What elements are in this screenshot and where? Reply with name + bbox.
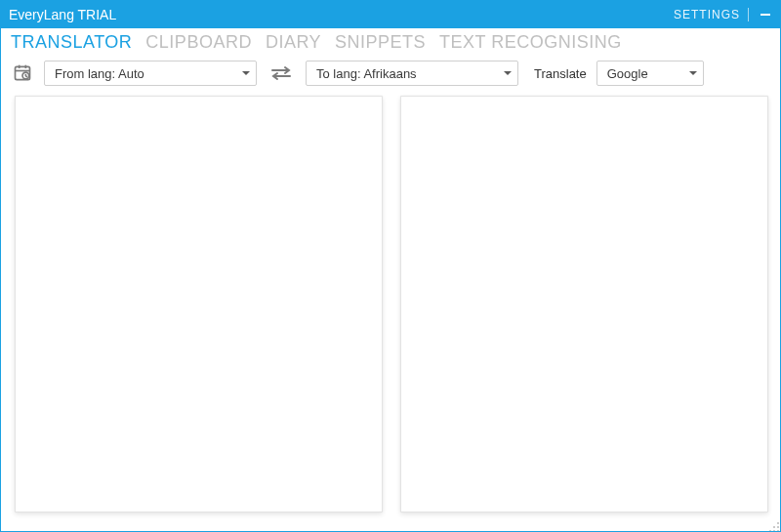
translate-engine-value: Google (607, 66, 648, 81)
svg-point-10 (777, 522, 779, 524)
tab-text-recognising[interactable]: TEXT RECOGNISING (439, 32, 622, 53)
minimize-button[interactable] (757, 6, 774, 23)
tab-clipboard[interactable]: CLIPBOARD (145, 32, 252, 53)
tab-snippets[interactable]: SNIPPETS (335, 32, 426, 53)
settings-link[interactable]: SETTINGS (674, 8, 740, 21)
translate-engine-label: Translate (534, 66, 587, 81)
to-language-dropdown[interactable]: To lang: Afrikaans (306, 61, 518, 86)
svg-rect-0 (760, 14, 770, 16)
svg-line-7 (25, 76, 27, 77)
svg-point-12 (777, 526, 779, 528)
caret-down-icon (242, 71, 250, 75)
caret-down-icon (689, 71, 697, 75)
from-language-dropdown[interactable]: From lang: Auto (44, 61, 257, 86)
tabbar: TRANSLATOR CLIPBOARD DIARY SNIPPETS TEXT… (1, 28, 781, 55)
titlebar-separator (748, 8, 749, 21)
swap-languages-button[interactable] (267, 61, 296, 86)
minimize-icon (760, 9, 771, 20)
resize-grip[interactable] (768, 519, 780, 531)
titlebar-actions: SETTINGS (674, 6, 774, 23)
history-icon (13, 63, 32, 83)
resize-grip-icon (768, 521, 780, 532)
to-language-value: To lang: Afrikaans (316, 66, 417, 81)
target-text-area[interactable] (400, 96, 768, 512)
translate-engine-dropdown[interactable]: Google (596, 61, 704, 86)
from-language-value: From lang: Auto (55, 66, 144, 81)
source-text-area[interactable] (15, 96, 383, 512)
history-button[interactable] (11, 61, 34, 85)
caret-down-icon (504, 71, 512, 75)
tab-diary[interactable]: DIARY (266, 32, 321, 53)
titlebar: EveryLang TRIAL SETTINGS (1, 1, 781, 28)
tab-translator[interactable]: TRANSLATOR (11, 32, 132, 53)
swap-arrows-icon (269, 65, 293, 81)
translator-toolbar: From lang: Auto To lang: Afrikaans Trans… (1, 55, 781, 96)
translation-panes (1, 96, 781, 526)
svg-point-11 (773, 526, 775, 528)
window-title: EveryLang TRIAL (9, 7, 674, 22)
